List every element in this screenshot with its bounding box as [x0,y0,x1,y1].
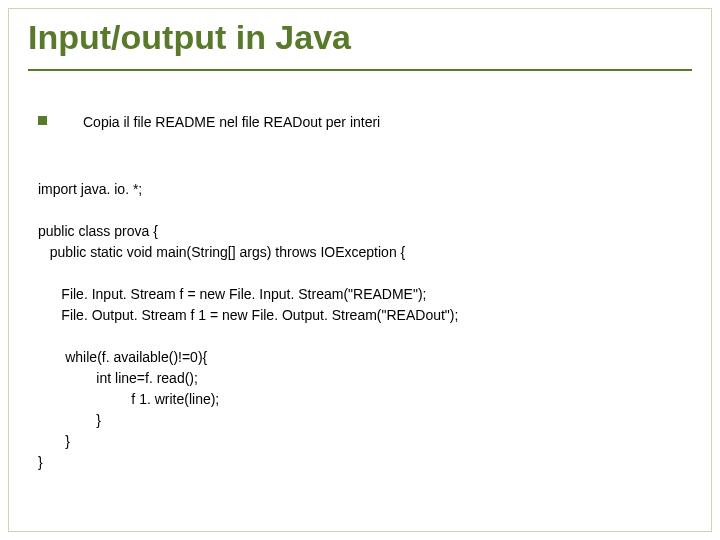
code-line: import java. io. *; [38,181,142,197]
code-line: } [38,454,43,470]
bullet-text: Copia il file README nel file READout pe… [83,112,380,132]
code-line: f 1. write(line); [38,391,219,407]
code-line: public static void main(String[] args) t… [38,244,405,260]
code-line: } [38,412,101,428]
code-line: } [38,433,70,449]
title-underline [28,69,692,71]
code-line: File. Input. Stream f = new File. Input.… [38,286,426,302]
bullet-icon [38,116,47,125]
slide-content: Copia il file README nel file READout pe… [38,112,692,473]
slide-title: Input/output in Java [28,18,692,65]
code-line: while(f. available()!=0){ [38,349,207,365]
code-block: import java. io. *; public class prova {… [38,158,692,473]
code-line: File. Output. Stream f 1 = new File. Out… [38,307,458,323]
code-line: public class prova { [38,223,158,239]
title-block: Input/output in Java [28,18,692,71]
code-line: int line=f. read(); [38,370,198,386]
bullet-item: Copia il file README nel file READout pe… [38,112,692,132]
